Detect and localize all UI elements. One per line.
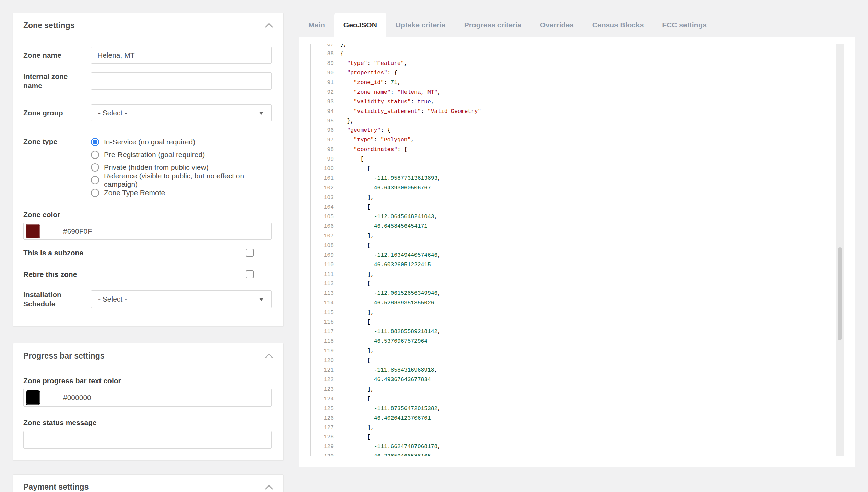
code-line[interactable]: 104 [ [311, 202, 836, 212]
zone-color-swatch[interactable] [26, 224, 40, 238]
line-number: 92 [311, 87, 339, 97]
code-line[interactable]: 93 "validity_status": true, [311, 97, 836, 107]
line-text: "validity_status": true, [339, 97, 434, 107]
collapse-chevron-up-icon[interactable] [265, 353, 273, 358]
radio-icon[interactable] [91, 189, 99, 197]
installation-schedule-select[interactable]: - Select - [91, 290, 272, 308]
line-number: 116 [311, 317, 339, 327]
tab-main[interactable]: Main [299, 13, 334, 37]
geojson-code-editor[interactable]: 87},88{89 "type": "Feature",90 "properti… [310, 44, 844, 456]
code-line[interactable]: 95 }, [311, 116, 836, 126]
zone-group-select[interactable]: - Select - [91, 104, 272, 121]
code-line[interactable]: 118 46.5370967572964 [311, 337, 836, 346]
code-line[interactable]: 98 "coordinates": [ [311, 145, 836, 154]
line-text: [ [339, 164, 371, 174]
progress-bar-settings-title: Progress bar settings [23, 351, 104, 361]
line-text: -112.10349440574646, [339, 250, 441, 260]
editor-scrollbar-track[interactable] [836, 44, 844, 456]
code-line[interactable]: 91 "zone_id": 71, [311, 78, 836, 87]
code-line[interactable]: 119 ], [311, 346, 836, 356]
code-line[interactable]: 102 46.64393060506767 [311, 183, 836, 193]
code-line[interactable]: 115 ], [311, 308, 836, 317]
tab-uptake-criteria[interactable]: Uptake criteria [386, 13, 455, 37]
code-line[interactable]: 124 [ [311, 394, 836, 404]
code-line[interactable]: 114 46.528889351355026 [311, 298, 836, 308]
radio-icon[interactable] [91, 163, 99, 172]
line-number: 130 [311, 452, 339, 456]
payment-settings-header: Payment settings [13, 475, 283, 492]
zone-type-option-1[interactable]: Pre-Registration (goal required) [91, 150, 272, 160]
internal-zone-name-input[interactable] [91, 72, 272, 90]
radio-icon[interactable] [91, 176, 99, 184]
zone-type-option-4[interactable]: Zone Type Remote [91, 188, 272, 198]
code-line[interactable]: 96 "geometry": { [311, 126, 836, 135]
line-text: 46.32859466586165 [339, 452, 431, 456]
code-line[interactable]: 116 [ [311, 317, 836, 327]
retire-zone-checkbox[interactable] [246, 270, 254, 278]
zone-type-option-0[interactable]: In-Service (no goal required) [91, 137, 272, 147]
code-line[interactable]: 97 "type": "Polygon", [311, 135, 836, 145]
code-line[interactable]: 127 ], [311, 423, 836, 433]
subzone-checkbox[interactable] [246, 249, 254, 257]
collapse-chevron-up-icon[interactable] [265, 23, 273, 28]
zone-type-option-3[interactable]: Reference (visible to public, but no eff… [91, 175, 272, 185]
code-line[interactable]: 117 -111.88285589218142, [311, 327, 836, 337]
code-line[interactable]: 87}, [311, 44, 836, 49]
code-line[interactable]: 108 [ [311, 241, 836, 250]
zone-name-input[interactable] [91, 47, 272, 64]
code-line[interactable]: 112 [ [311, 279, 836, 289]
progress-text-color-input[interactable]: #000000 [23, 389, 272, 407]
code-line[interactable]: 99 [ [311, 154, 836, 164]
code-line[interactable]: 100 [ [311, 164, 836, 174]
code-line[interactable]: 103 ], [311, 193, 836, 202]
radio-selected-icon[interactable] [91, 138, 99, 146]
code-lines[interactable]: 87},88{89 "type": "Feature",90 "properti… [311, 44, 836, 456]
subzone-label: This is a subzone [23, 248, 83, 257]
tab-fcc-settings[interactable]: FCC settings [653, 13, 716, 37]
code-line[interactable]: 111 ], [311, 270, 836, 279]
line-text: -111.66247487068178, [339, 442, 441, 452]
tab-overrides[interactable]: Overrides [531, 13, 583, 37]
line-number: 113 [311, 289, 339, 298]
code-line[interactable]: 105 -112.0645648241043, [311, 212, 836, 222]
chevron-down-icon [259, 298, 264, 301]
code-line[interactable]: 130 46.32859466586165 [311, 452, 836, 456]
collapse-chevron-up-icon[interactable] [265, 485, 273, 490]
line-number: 123 [311, 385, 339, 394]
code-line[interactable]: 107 ], [311, 231, 836, 241]
zone-settings-title: Zone settings [23, 21, 75, 30]
code-line[interactable]: 128 [ [311, 432, 836, 442]
zone-type-label: Zone type [23, 137, 91, 146]
code-line[interactable]: 123 ], [311, 385, 836, 394]
tab-progress-criteria[interactable]: Progress criteria [455, 13, 531, 37]
code-line[interactable]: 122 46.49367643677834 [311, 375, 836, 385]
line-number: 128 [311, 432, 339, 442]
code-line[interactable]: 90 "properties": { [311, 68, 836, 78]
radio-icon[interactable] [91, 151, 99, 159]
line-text: ], [339, 193, 374, 202]
progress-text-color-swatch[interactable] [26, 390, 40, 405]
tab-census-blocks[interactable]: Census Blocks [583, 13, 653, 37]
code-line[interactable]: 88{ [311, 49, 836, 59]
line-number: 87 [311, 44, 339, 49]
editor-scrollbar-thumb[interactable] [838, 247, 842, 340]
code-line[interactable]: 101 -111.95877313613893, [311, 174, 836, 183]
tab-geojson[interactable]: GeoJSON [334, 13, 386, 37]
code-line[interactable]: 120 [ [311, 356, 836, 365]
zone-type-option-label: Reference (visible to public, but no eff… [104, 172, 272, 188]
code-line[interactable]: 126 46.40204123706701 [311, 413, 836, 423]
code-line[interactable]: 113 -112.06152856349946, [311, 289, 836, 298]
zone-group-label: Zone group [23, 108, 91, 117]
zone-status-message-input[interactable] [23, 431, 272, 449]
zone-color-input[interactable]: #690F0F [23, 223, 272, 240]
code-line[interactable]: 109 -112.10349440574646, [311, 250, 836, 260]
code-line[interactable]: 94 "validity_statement": "Valid Geometry… [311, 107, 836, 116]
code-line[interactable]: 92 "zone_name": "Helena, MT", [311, 87, 836, 97]
code-line[interactable]: 106 46.6458456454171 [311, 222, 836, 231]
code-line[interactable]: 89 "type": "Feature", [311, 59, 836, 68]
code-line[interactable]: 129 -111.66247487068178, [311, 442, 836, 452]
code-line[interactable]: 110 46.60326051222415 [311, 260, 836, 270]
code-line[interactable]: 125 -111.87356472015382, [311, 404, 836, 413]
zone-type-option-2[interactable]: Private (hidden from public view) [91, 162, 272, 173]
code-line[interactable]: 121 -111.8584316968918, [311, 365, 836, 375]
